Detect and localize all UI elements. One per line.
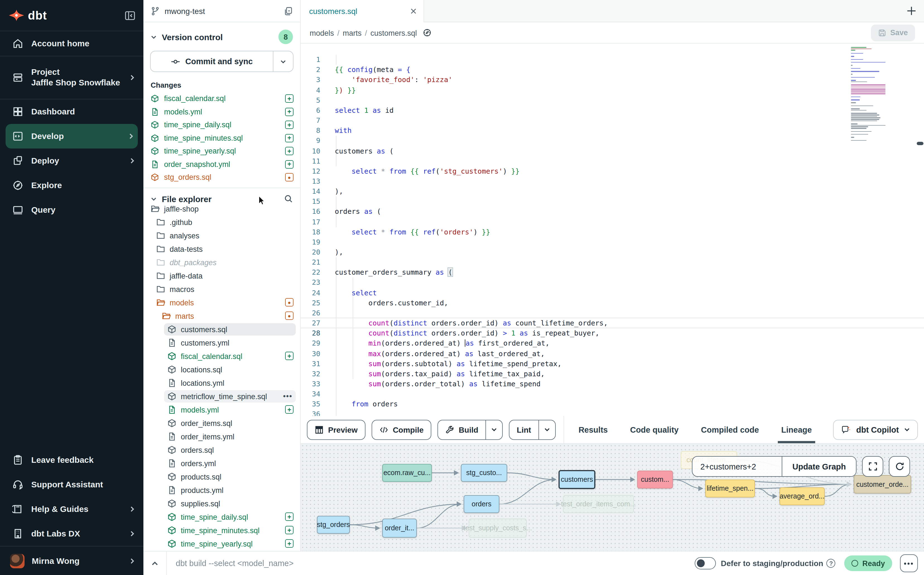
refresh-button[interactable] (889, 456, 910, 477)
lineage-node-average[interactable]: average_ord... (780, 488, 825, 505)
lineage-node-orders[interactable]: orders (464, 495, 499, 513)
user-menu[interactable]: Mirna Wong (0, 546, 143, 575)
sidebar-item-develop[interactable]: Develop (6, 124, 138, 148)
row-menu-icon[interactable]: ••• (283, 392, 292, 400)
lineage-node-ecom[interactable]: ecom.raw_cu... (382, 464, 432, 482)
plus-badge[interactable]: + (285, 134, 293, 142)
tree-item-.github[interactable]: .github (143, 216, 300, 229)
sidebar-item-support-assistant[interactable]: Support Assistant (0, 472, 143, 497)
lint-options-button[interactable] (539, 420, 555, 439)
tab-lineage[interactable]: Lineage (781, 416, 812, 443)
tree-item-orders.yml[interactable]: orders.yml (143, 457, 300, 470)
plus-badge[interactable]: + (285, 405, 293, 414)
sidebar-item-dbt-labs-dx[interactable]: dbt Labs DX (0, 521, 143, 546)
sidebar-item-project[interactable]: ProjectJaffle Shop Snowflake (0, 56, 143, 99)
tree-item-metricflow_time_spine.sql[interactable]: metricflow_time_spine.sql••• (143, 390, 300, 403)
lineage-canvas[interactable]: ecom.raw_cu...stg_custo...customerscusto… (301, 444, 924, 551)
tree-item-customers.sql[interactable]: customers.sql (143, 322, 300, 336)
sidebar-item-leave-feedback[interactable]: Leave feedback (0, 448, 143, 472)
lineage-node-testsupply[interactable]: test_supply_costs_s... (469, 519, 527, 538)
update-graph-button[interactable]: Update Graph (782, 457, 856, 476)
sidebar-item-explore[interactable]: Explore (0, 173, 143, 198)
fullscreen-button[interactable] (862, 456, 883, 477)
commit-and-sync-button[interactable]: Commit and sync (150, 51, 293, 72)
plus-badge[interactable]: + (285, 160, 293, 168)
sidebar-item-dashboard[interactable]: Dashboard (0, 99, 143, 124)
tree-item-models[interactable]: models• (143, 296, 300, 309)
build-options-button[interactable] (485, 420, 502, 439)
changed-file-fiscal_calendar.sql[interactable]: fiscal_calendar.sql + (143, 92, 300, 105)
commit-options-button[interactable] (273, 51, 293, 71)
tree-item-jaffle-data[interactable]: jaffle-data (143, 269, 300, 283)
tree-item-locations.sql[interactable]: locations.sql (143, 363, 300, 376)
version-control-header[interactable]: Version control 8 (143, 22, 300, 49)
lineage-node-orderit[interactable]: order_it... (382, 519, 417, 538)
changed-file-time_spine_yearly.sql[interactable]: time_spine_yearly.sql + (143, 145, 300, 158)
lineage-node-testorder[interactable]: test_order_items_com... (563, 495, 634, 513)
tab-customers-sql[interactable]: customers.sql (301, 0, 424, 22)
lineage-node-custorde[interactable]: customer_orde... (854, 475, 911, 494)
tab-results[interactable]: Results (578, 416, 608, 443)
sidebar-item-help-guides[interactable]: Help & Guides (0, 497, 143, 521)
tree-item-order_items.sql[interactable]: order_items.sql (143, 416, 300, 430)
changed-file-time_spine_daily.sql[interactable]: time_spine_daily.sql + (143, 118, 300, 132)
tree-item-order_items.yml[interactable]: order_items.yml (143, 430, 300, 443)
tree-item-data-tests[interactable]: data-tests (143, 242, 300, 256)
lineage-node-lifetime[interactable]: lifetime_spen... (705, 480, 755, 497)
breadcrumb-item[interactable]: marts (343, 29, 362, 37)
plus-badge[interactable]: + (285, 513, 293, 521)
help-icon[interactable]: ? (827, 559, 835, 568)
tree-item-locations.yml[interactable]: locations.yml (143, 376, 300, 390)
plus-badge[interactable]: + (285, 147, 293, 156)
sidebar-item-account-home[interactable]: Account home (0, 31, 143, 56)
changed-file-models.yml[interactable]: models.yml + (143, 105, 300, 118)
plus-badge[interactable]: + (285, 108, 293, 116)
tree-item-products.yml[interactable]: products.yml (143, 483, 300, 497)
tree-item-fiscal_calendar.sql[interactable]: fiscal_calendar.sql+ (143, 349, 300, 363)
tree-item-products.sql[interactable]: products.sql (143, 470, 300, 483)
lineage-selector-input[interactable] (693, 457, 782, 476)
plus-badge[interactable]: + (285, 526, 293, 534)
dot-badge[interactable]: • (285, 298, 293, 307)
save-button[interactable]: Save (871, 24, 915, 41)
tree-item-time_spine_daily.sql[interactable]: time_spine_daily.sql+ (143, 510, 300, 524)
changed-file-order_snapshot.yml[interactable]: order_snapshot.yml + (143, 158, 300, 171)
breadcrumb-item[interactable]: models (310, 29, 334, 37)
new-tab-icon[interactable] (906, 5, 917, 17)
collapse-sidebar-icon[interactable] (124, 10, 136, 21)
breadcrumb-item[interactable]: customers.sql (371, 29, 417, 37)
more-options-button[interactable]: ••• (900, 554, 918, 572)
lineage-node-stgcust[interactable]: stg_custo... (461, 464, 507, 482)
tab-compiled-code[interactable]: Compiled code (701, 416, 759, 443)
tree-item-macros[interactable]: macros (143, 283, 300, 296)
dbt-copilot-button[interactable]: dbt Copilot (833, 419, 918, 440)
sidebar-item-query[interactable]: Query (0, 198, 143, 222)
tree-item-analyses[interactable]: analyses (143, 229, 300, 242)
tree-item-marts[interactable]: marts• (143, 309, 300, 322)
editor-scrollbar-thumb[interactable] (917, 142, 924, 145)
compile-button[interactable]: Compile (372, 419, 431, 440)
sidebar-item-deploy[interactable]: Deploy (0, 148, 143, 173)
plus-badge[interactable]: + (285, 539, 293, 548)
tree-item-time_spine_yearly.sql[interactable]: time_spine_yearly.sql+ (143, 537, 300, 550)
lineage-node-stgorders[interactable]: stg_orders (317, 516, 350, 534)
tab-code-quality[interactable]: Code quality (630, 416, 678, 443)
tree-item-jaffle-shop[interactable]: jaffle-shop (143, 202, 300, 216)
tree-item-time_spine_minutes.sql[interactable]: time_spine_minutes.sql+ (143, 524, 300, 537)
tree-item-customers.yml[interactable]: customers.yml (143, 336, 300, 349)
close-icon[interactable] (410, 8, 417, 14)
tree-item-supplies.sql[interactable]: supplies.sql (143, 497, 300, 510)
copy-icon[interactable] (284, 6, 293, 15)
plus-badge[interactable]: + (285, 95, 293, 103)
changed-file-time_spine_minutes.sql[interactable]: time_spine_minutes.sql + (143, 132, 300, 145)
build-button[interactable]: Build (437, 419, 503, 440)
collapse-panel-button[interactable] (143, 551, 167, 575)
minimap[interactable] (851, 47, 888, 141)
changed-file-stg_orders.sql[interactable]: stg_orders.sql • (143, 171, 300, 184)
plus-badge[interactable]: + (285, 121, 293, 129)
tree-item-models.yml[interactable]: models.yml+ (143, 403, 300, 416)
lint-button[interactable]: Lint (509, 419, 555, 440)
dot-badge[interactable]: • (285, 311, 293, 320)
lineage-node-customers[interactable]: customers (558, 470, 595, 489)
tree-item-orders.sql[interactable]: orders.sql (143, 443, 300, 457)
